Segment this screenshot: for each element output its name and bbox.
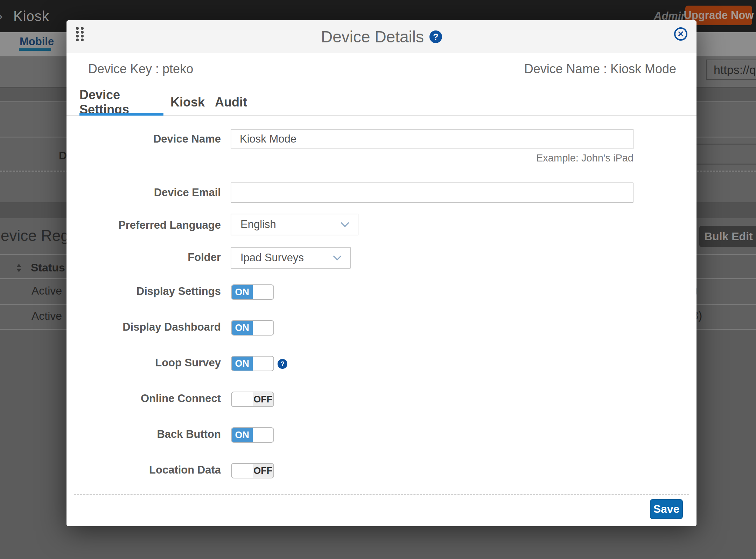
device-name-text: Device Name : Kiosk Mode [524,62,676,76]
display-settings-label: Display Settings [136,285,221,298]
preferred-language-value: English [240,218,276,231]
tab-kiosk[interactable]: Kiosk [168,84,207,116]
modal-body: Device Name Example: John's iPad Device … [66,116,696,526]
modal-title: Device Details [321,27,424,46]
back-button-toggle[interactable]: ON [231,427,274,443]
device-name-input[interactable] [231,129,634,149]
device-details-modal: Device Details ? ✕ Device Key : pteko De… [66,20,696,526]
status-cell: Active [31,310,62,323]
tab-mobile-underline [19,48,51,51]
toggle-state: OFF [253,392,274,406]
status-cell: Active [31,284,62,297]
page-title: Kiosk [13,8,49,24]
loop-survey-label: Loop Survey [155,357,221,369]
tab-device-settings[interactable]: Device Settings [79,84,163,116]
tab-mobile[interactable]: Mobile [20,35,54,48]
folder-label: Folder [188,251,221,264]
toggle-state: OFF [253,464,274,478]
toggle-state: ON [232,357,253,371]
tab-audit[interactable]: Audit [214,84,248,116]
sort-icon[interactable] [16,264,21,272]
device-name-helper: Example: John's iPad [536,152,634,164]
modal-header: Device Details ? ✕ [66,20,696,53]
toggle-state: ON [232,285,253,299]
breadcrumb-chevron-icon: › [0,8,3,25]
preferred-language-label: Preferred Language [118,219,221,232]
hidden-field-label: D [59,149,67,162]
toggle-state: ON [232,321,253,335]
chevron-down-icon [341,219,349,227]
loop-survey-help-icon[interactable]: ? [278,359,287,369]
bulk-edit-devices-button[interactable]: Bulk Edit Dev [699,226,756,247]
location-data-label: Location Data [149,464,221,476]
modal-subheader: Device Key : pteko Device Name : Kiosk M… [66,53,696,84]
help-icon[interactable]: ? [429,30,442,43]
status-column-header[interactable]: Status [31,261,65,274]
device-name-label: Device Name [153,133,221,145]
url-field[interactable]: https://qa.c [706,60,756,80]
modal-tab-bar: Device Settings Kiosk Audit [66,84,696,116]
display-dashboard-toggle[interactable]: ON [231,320,274,336]
location-data-toggle[interactable]: OFF [231,463,274,478]
folder-value: Ipad Surveys [240,251,304,264]
footer-dashed-divider [74,494,689,495]
loop-survey-toggle[interactable]: ON [231,356,274,371]
online-connect-label: Online Connect [141,392,221,405]
display-settings-toggle[interactable]: ON [231,284,274,300]
device-key-text: Device Key : pteko [88,62,193,76]
close-icon[interactable]: ✕ [674,27,687,41]
online-connect-toggle[interactable]: OFF [231,392,274,407]
save-button[interactable]: Save [650,499,683,519]
back-button-label: Back Button [157,428,221,441]
display-dashboard-label: Display Dashboard [122,321,221,333]
preferred-language-select[interactable]: English [231,214,358,235]
folder-select[interactable]: Ipad Surveys [231,247,351,269]
chevron-down-icon [333,252,341,260]
device-email-label: Device Email [154,186,221,199]
device-email-input[interactable] [231,182,634,203]
toggle-state: ON [232,428,253,442]
